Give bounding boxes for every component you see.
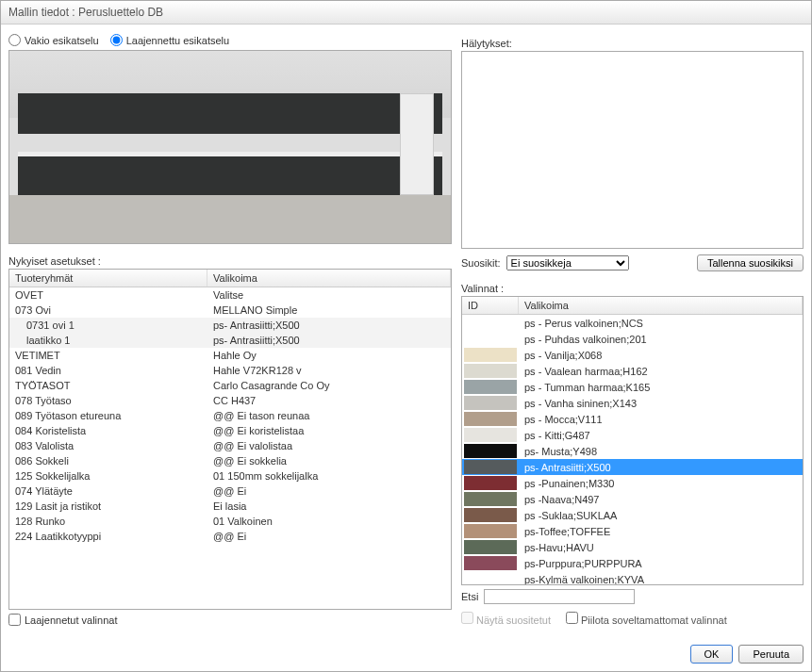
- list-item[interactable]: ps-Kylmä valkoinen;KYVA: [462, 571, 803, 584]
- selection-label: ps- Antrasiitti;X500: [521, 462, 803, 473]
- save-favorite-button[interactable]: Tallenna suosikiksi: [697, 254, 804, 271]
- cell-selection: 01 150mm sokkelijalka: [207, 469, 451, 483]
- list-item[interactable]: ps - Puhdas valkoinen;201: [462, 331, 803, 347]
- cell-selection: MELLANO Simple: [207, 303, 451, 317]
- table-row[interactable]: 129 Lasit ja ristikotEi lasia: [9, 499, 451, 514]
- current-settings-label: Nykyiset asetukset :: [8, 255, 452, 267]
- list-item[interactable]: ps - Vanilja;X068: [462, 347, 803, 363]
- current-settings-grid: Tuoteryhmät Valikoima OVETValitse073 Ovi…: [8, 269, 452, 610]
- column-header-id[interactable]: ID: [462, 297, 519, 314]
- table-row[interactable]: 125 Sokkelijalka01 150mm sokkelijalka: [9, 468, 451, 484]
- selections-grid-body[interactable]: ps - Perus valkoinen;NCSps - Puhdas valk…: [462, 315, 803, 584]
- selection-label: ps - Puhdas valkoinen;201: [521, 334, 803, 345]
- ok-button[interactable]: OK: [690, 645, 734, 664]
- table-row[interactable]: 128 Runko01 Valkoinen: [9, 514, 451, 529]
- table-row[interactable]: 089 Työtason etureuna@@ Ei tason reunaa: [9, 408, 451, 423]
- cell-selection: @@ Ei tason reunaa: [207, 409, 451, 422]
- hide-unsuitable-check[interactable]: Piilota soveltamattomat valinnat: [566, 612, 727, 626]
- list-item[interactable]: ps-Purppura;PURPPURA: [462, 555, 803, 571]
- table-row[interactable]: OVETValitse: [9, 287, 451, 303]
- column-header-product-groups[interactable]: Tuoteryhmät: [9, 270, 207, 287]
- cell-selection: @@ Ei valolistaa: [207, 439, 451, 452]
- cell-selection: ps- Antrasiitti;X500: [207, 334, 451, 347]
- list-item[interactable]: ps - Kitti;G487: [462, 427, 803, 443]
- radio-standard-preview[interactable]: Vakio esikatselu: [8, 34, 99, 46]
- selections-label: Valinnat :: [461, 283, 804, 294]
- alerts-textarea[interactable]: [461, 51, 804, 249]
- selection-label: ps-Kylmä valkoinen;KYVA: [521, 574, 803, 585]
- table-row[interactable]: 081 VedinHahle V72KR128 v: [9, 363, 451, 378]
- radio-extended-input[interactable]: [110, 34, 123, 46]
- radio-extended-preview[interactable]: Laajennettu esikatselu: [110, 34, 229, 46]
- cell-selection: @@ Ei koristelistaa: [207, 424, 451, 437]
- alerts-label: Hälytykset:: [461, 38, 804, 49]
- cell-selection: Hahle Oy: [207, 349, 451, 362]
- list-item[interactable]: ps -Suklaa;SUKLAA: [462, 507, 803, 523]
- table-row[interactable]: 086 Sokkeli@@ Ei sokkelia: [9, 453, 451, 468]
- extended-selections-checkbox[interactable]: [8, 614, 21, 626]
- color-swatch: [464, 444, 517, 458]
- search-input[interactable]: [484, 589, 635, 604]
- favorites-dropdown[interactable]: Ei suosikkeja: [506, 255, 629, 270]
- cancel-button[interactable]: Peruuta: [738, 645, 804, 664]
- list-item[interactable]: ps -Punainen;M330: [462, 475, 803, 491]
- table-row[interactable]: 078 TyötasoCC H437: [9, 393, 451, 408]
- selection-label: ps - Vanilja;X068: [521, 350, 803, 361]
- list-item[interactable]: ps - Mocca;V111: [462, 411, 803, 427]
- table-row[interactable]: 0731 ovi 1ps- Antrasiitti;X500: [9, 318, 451, 333]
- favorites-label: Suosikit:: [461, 257, 501, 269]
- list-item[interactable]: ps-Toffee;TOFFEE: [462, 523, 803, 539]
- table-row[interactable]: 073 OviMELLANO Simple: [9, 303, 451, 318]
- table-row[interactable]: 084 Koristelista@@ Ei koristelistaa: [9, 423, 451, 438]
- cell-product-group: 081 Vedin: [9, 364, 207, 377]
- cell-product-group: 073 Ovi: [9, 303, 207, 317]
- column-header-selection[interactable]: Valikoima: [207, 270, 451, 287]
- selection-label: ps - Tumman harmaa;K165: [521, 382, 803, 393]
- radio-standard-label: Vakio esikatselu: [25, 35, 99, 46]
- cell-product-group: laatikko 1: [9, 334, 207, 347]
- radio-standard-input[interactable]: [8, 34, 21, 46]
- selection-label: ps - Vanha sininen;X143: [521, 398, 803, 409]
- list-item[interactable]: ps-Havu;HAVU: [462, 539, 803, 555]
- table-row[interactable]: TYÖTASOTCarlo Casagrande Co Oy: [9, 378, 451, 393]
- cell-product-group: 224 Laatikkotyyppi: [9, 530, 207, 543]
- list-item[interactable]: ps - Perus valkoinen;NCS: [462, 315, 803, 331]
- selection-label: ps-Havu;HAVU: [521, 542, 803, 553]
- hide-unsuitable-checkbox[interactable]: [566, 612, 578, 624]
- show-favorites-check: Näytä suositetut: [461, 612, 551, 626]
- color-swatch: [464, 316, 517, 330]
- show-favorites-checkbox: [461, 612, 473, 624]
- color-swatch: [464, 460, 517, 474]
- list-item[interactable]: ps -Naava;N497: [462, 491, 803, 507]
- cell-selection: 01 Valkoinen: [207, 515, 451, 528]
- table-row[interactable]: 083 Valolista@@ Ei valolistaa: [9, 438, 451, 453]
- table-row[interactable]: 074 Ylätäyte@@ Ei: [9, 484, 451, 499]
- list-item[interactable]: ps- Musta;Y498: [462, 443, 803, 459]
- cell-selection: Hahle V72KR128 v: [207, 364, 451, 377]
- list-item[interactable]: ps - Vaalean harmaa;H162: [462, 363, 803, 379]
- preview-mode-radios: Vakio esikatselu Laajennettu esikatselu: [8, 32, 452, 50]
- column-header-selection-right[interactable]: Valikoima: [519, 297, 803, 314]
- extended-selections-label: Laajennetut valinnat: [25, 615, 117, 626]
- selection-label: ps - Perus valkoinen;NCS: [521, 318, 803, 329]
- cell-product-group: 125 Sokkelijalka: [9, 469, 207, 483]
- cell-product-group: 089 Työtason etureuna: [9, 409, 207, 422]
- color-swatch: [464, 332, 517, 346]
- cell-product-group: 074 Ylätäyte: [9, 484, 207, 498]
- cell-product-group: 078 Työtaso: [9, 394, 207, 407]
- color-swatch: [464, 364, 517, 378]
- table-row[interactable]: VETIMETHahle Oy: [9, 348, 451, 363]
- color-swatch: [464, 412, 517, 426]
- selections-grid: ID Valikoima ps - Perus valkoinen;NCSps …: [461, 296, 804, 585]
- table-row[interactable]: 224 Laatikkotyyppi@@ Ei: [9, 529, 451, 544]
- cell-product-group: 086 Sokkeli: [9, 454, 207, 467]
- list-item[interactable]: ps - Vanha sininen;X143: [462, 395, 803, 411]
- color-swatch: [464, 396, 517, 410]
- list-item[interactable]: ps - Tumman harmaa;K165: [462, 379, 803, 395]
- selection-label: ps - Kitti;G487: [521, 430, 803, 441]
- table-row[interactable]: laatikko 1ps- Antrasiitti;X500: [9, 333, 451, 348]
- color-swatch: [464, 476, 517, 490]
- list-item[interactable]: ps- Antrasiitti;X500: [462, 459, 803, 475]
- cell-selection: @@ Ei: [207, 530, 451, 543]
- settings-grid-body[interactable]: OVETValitse073 OviMELLANO Simple0731 ovi…: [9, 287, 451, 609]
